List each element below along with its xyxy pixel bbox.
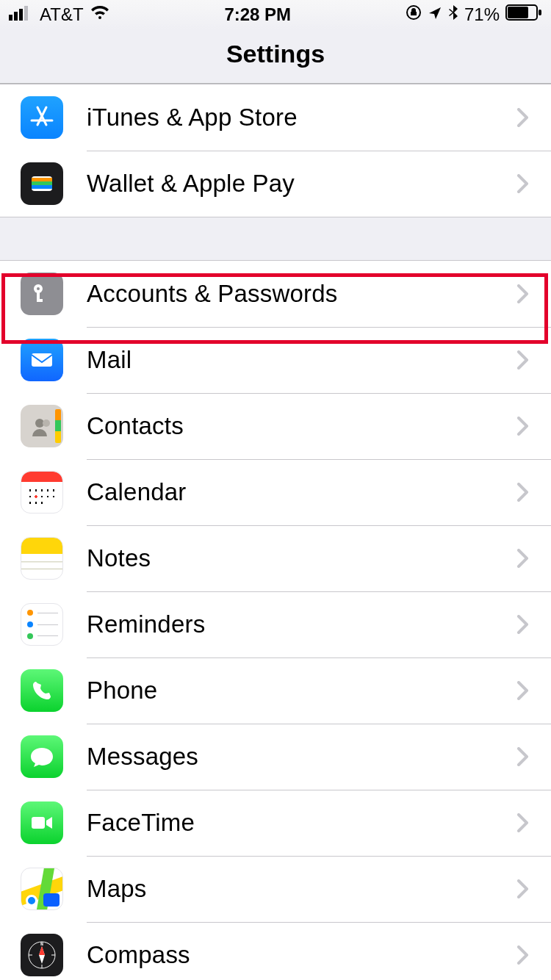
compass-icon: N [21,934,63,976]
row-label: Reminders [87,610,517,638]
row-label: Maps [87,875,517,903]
chevron-right-icon [517,483,529,502]
row-reminders[interactable]: Reminders [0,591,551,657]
row-calendar[interactable]: Calendar [0,459,551,525]
svg-rect-7 [539,10,541,15]
battery-percent: 71% [464,4,500,25]
maps-icon [21,868,63,910]
row-label: iTunes & App Store [87,104,517,131]
facetime-icon [21,801,63,844]
svg-point-13 [37,287,40,290]
svg-point-18 [43,419,50,427]
wallet-icon [21,162,63,205]
page-title: Settings [0,40,551,68]
row-mail[interactable]: Mail [0,327,551,393]
svg-rect-9 [32,178,52,181]
row-compass[interactable]: N Compass [0,922,551,980]
row-contacts[interactable]: Contacts [0,393,551,459]
row-label: Wallet & Apple Pay [87,170,517,198]
row-facetime[interactable]: FaceTime [0,790,551,856]
calendar-icon [21,471,63,514]
battery-icon [505,4,542,25]
appstore-icon [21,96,63,139]
svg-rect-21 [32,817,45,829]
clock: 7:28 PM [224,4,291,25]
chevron-right-icon [517,879,529,898]
row-itunes-app-store[interactable]: iTunes & App Store [0,84,551,151]
svg-rect-3 [24,6,28,21]
row-label: Contacts [87,412,517,440]
row-label: Accounts & Passwords [87,280,517,308]
chevron-right-icon [517,813,529,832]
svg-rect-6 [508,7,528,18]
contacts-icon [21,405,63,447]
svg-rect-10 [32,181,52,185]
row-label: Phone [87,677,517,705]
chevron-right-icon [517,108,529,127]
chevron-right-icon [517,615,529,634]
reminders-icon [21,603,63,646]
status-bar: AT&T 7:28 PM 71% [0,0,551,29]
row-label: Compass [87,941,517,969]
row-wallet-apple-pay[interactable]: Wallet & Apple Pay [0,151,551,217]
svg-text:N: N [40,942,43,946]
chevron-right-icon [517,747,529,766]
wifi-icon [90,4,110,25]
carrier-label: AT&T [40,4,84,25]
chevron-right-icon [517,681,529,700]
settings-group-2: Accounts & Passwords Mail Contacts Calen… [0,260,551,980]
signal-strength-icon [9,4,34,25]
row-label: Messages [87,743,517,771]
svg-rect-15 [37,299,43,302]
row-label: FaceTime [87,809,517,837]
messages-icon [21,735,63,778]
chevron-right-icon [517,417,529,436]
chevron-right-icon [517,549,529,568]
svg-rect-0 [9,15,12,21]
nav-header: Settings [0,29,551,84]
row-phone[interactable]: Phone [0,657,551,724]
phone-icon [21,669,63,712]
key-icon [21,273,63,315]
settings-group-1: iTunes & App Store Wallet & Apple Pay [0,84,551,217]
location-icon [428,4,442,25]
orientation-lock-icon [406,4,422,25]
row-accounts-passwords[interactable]: Accounts & Passwords [0,261,551,327]
svg-rect-11 [32,185,52,189]
row-maps[interactable]: Maps [0,856,551,922]
chevron-right-icon [517,174,529,193]
row-messages[interactable]: Messages [0,724,551,790]
notes-icon [21,537,63,580]
svg-rect-16 [32,353,52,367]
row-label: Mail [87,346,517,374]
mail-icon [21,339,63,381]
chevron-right-icon [517,284,529,303]
svg-rect-1 [14,12,18,21]
section-gap [0,217,551,260]
chevron-right-icon [517,350,529,370]
row-label: Notes [87,544,517,572]
bluetooth-icon [448,4,458,25]
svg-rect-2 [19,9,23,21]
row-label: Calendar [87,478,517,506]
chevron-right-icon [517,945,529,965]
row-notes[interactable]: Notes [0,525,551,591]
